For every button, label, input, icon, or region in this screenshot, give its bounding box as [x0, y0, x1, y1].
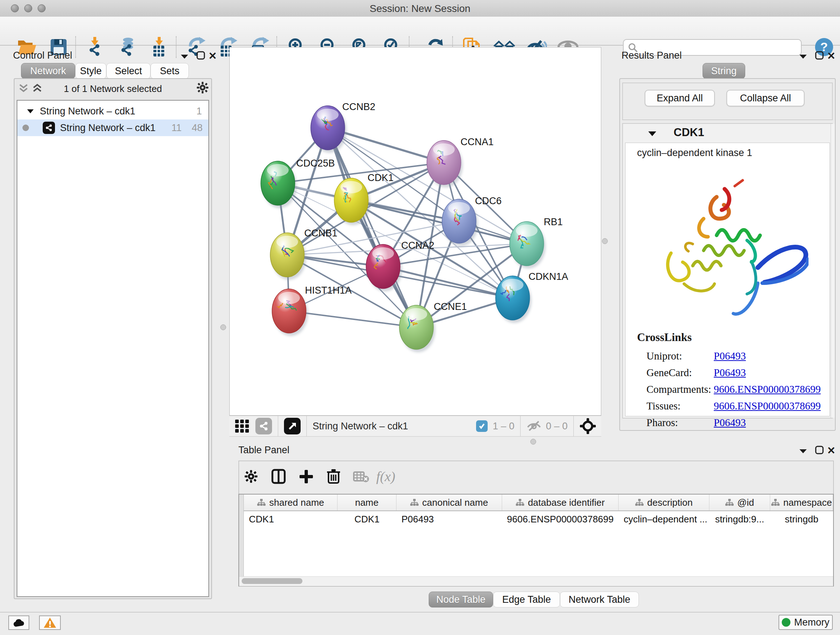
node-table[interactable]: shared namenamecanonical namedatabase id… — [238, 494, 834, 586]
node-label-CDC6: CDC6 — [475, 195, 502, 206]
warning-status-button[interactable] — [39, 616, 61, 630]
tab-network-table[interactable]: Network Table — [560, 592, 639, 608]
crosslinks-title: CrossLinks — [637, 331, 829, 344]
network-options-gear-icon[interactable] — [195, 80, 210, 95]
left-splitter-handle[interactable] — [220, 325, 226, 330]
gene-description: cyclin–dependent kinase 1 — [637, 147, 829, 158]
string-view-icon[interactable] — [256, 418, 272, 434]
node-CCNA1[interactable]: CCNA1 — [427, 136, 494, 187]
column-header-description[interactable]: description — [619, 494, 709, 510]
tree-expander-icon[interactable] — [27, 109, 34, 114]
collapse-all-button[interactable]: Collapse All — [726, 90, 805, 106]
node-CCNB1[interactable]: CCNB1 — [270, 228, 338, 280]
right-splitter-handle[interactable] — [602, 238, 608, 244]
node-CCNE1[interactable]: CCNE1 — [399, 301, 467, 352]
node-CDKN1A[interactable]: CDKN1A — [496, 271, 568, 323]
node-HIST1H1A[interactable]: HIST1H1A — [272, 285, 352, 336]
table-panel-title: Table Panel — [238, 445, 289, 456]
table-cell: CDK1 — [244, 511, 338, 527]
table-row[interactable]: CDK1CDK1P064939606.ENSP00000378699cyclin… — [244, 511, 833, 527]
memory-button[interactable]: Memory — [778, 615, 833, 630]
network-tree-root-row[interactable]: String Network – cdk1 1 — [17, 103, 208, 119]
node-CDC6[interactable]: CDC6 — [442, 195, 502, 246]
crosslink-link[interactable]: P06493 — [714, 350, 746, 362]
tab-sets[interactable]: Sets — [150, 63, 189, 79]
cloud-status-button[interactable] — [8, 616, 29, 630]
results-scrollbar[interactable] — [831, 124, 835, 418]
tab-edge-table[interactable]: Edge Table — [493, 592, 560, 608]
crosslink-link[interactable]: 9606.ENSP00000378699 — [714, 383, 821, 395]
gene-name: CDK1 — [674, 126, 704, 139]
node-RB1[interactable]: RB1 — [510, 217, 563, 269]
close-panel-icon[interactable]: ✕ — [208, 50, 217, 62]
expand-all-networks-icon[interactable] — [32, 82, 43, 93]
table-cell: stringdb:9... — [709, 511, 770, 527]
table-cell: P06493 — [396, 511, 502, 527]
crosslink-label: Tissues: — [646, 400, 714, 412]
results-panel-title: Results Panel — [622, 50, 682, 61]
node-CDK1[interactable]: CDK1 — [334, 172, 393, 225]
network-selected-summary: 1 of 1 Network selected — [44, 83, 182, 95]
tab-style[interactable]: Style — [75, 63, 106, 79]
node-label-CDK1: CDK1 — [368, 172, 393, 183]
network-view-toolbar: String Network – cdk1 1 – 0 0 – 0 — [229, 416, 601, 437]
tab-node-table[interactable]: Node Table — [429, 592, 493, 608]
collapse-results-icon[interactable] — [799, 54, 807, 59]
delete-column-trash-icon[interactable] — [325, 468, 341, 485]
fit-selected-crosshair-icon[interactable] — [579, 418, 596, 434]
float-table-icon[interactable] — [815, 445, 824, 455]
table-gear-icon[interactable] — [243, 469, 259, 485]
close-results-icon[interactable]: ✕ — [827, 50, 835, 62]
crosslink-link[interactable]: P06493 — [714, 367, 746, 379]
collapse-all-networks-icon[interactable] — [18, 82, 29, 93]
column-header-database-identifier[interactable]: database identifier — [502, 494, 619, 510]
open-in-window-icon[interactable] — [284, 418, 301, 434]
table-hscrollbar-thumb[interactable] — [242, 578, 302, 584]
node-label-HIST1H1A: HIST1H1A — [305, 285, 352, 296]
collection-count: 1 — [196, 106, 202, 117]
view-grid-icon[interactable] — [234, 418, 250, 434]
tab-network[interactable]: Network — [21, 63, 75, 79]
show-columns-icon[interactable] — [271, 469, 286, 485]
column-header-name[interactable]: name — [338, 494, 396, 510]
selected-nodes-checkbox[interactable] — [476, 420, 488, 432]
close-table-icon[interactable]: ✕ — [827, 445, 835, 456]
collapse-table-icon[interactable] — [799, 448, 807, 454]
table-cell: stringdb — [770, 511, 833, 527]
table-cell: CDK1 — [338, 511, 396, 527]
column-header-namespace[interactable]: namespace — [770, 494, 833, 510]
collapse-panel-icon[interactable] — [180, 54, 189, 59]
gene-expander-icon[interactable] — [647, 130, 657, 137]
column-header-canonical-name[interactable]: canonical name — [396, 494, 502, 510]
table-hscrollbar-track[interactable] — [239, 576, 833, 586]
node-count: 11 — [172, 122, 182, 134]
column-header-@id[interactable]: @id — [709, 494, 770, 510]
node-CCNB2[interactable]: CCNB2 — [311, 101, 376, 153]
node-label-CDKN1A: CDKN1A — [529, 271, 568, 282]
main-toolbar: ? — [0, 17, 840, 46]
control-panel-title: Control Panel — [13, 50, 73, 61]
add-column-icon[interactable] — [298, 469, 314, 485]
tab-select[interactable]: Select — [106, 63, 150, 79]
protein-structure-image — [649, 175, 829, 320]
selected-count: 1 – 0 — [493, 421, 515, 432]
crosslink-row: Uniprot:P06493 — [646, 348, 829, 364]
function-builder-icon: f(x) — [376, 469, 395, 485]
warning-icon — [43, 617, 57, 629]
crosslink-label: Pharos: — [646, 417, 714, 429]
tab-string[interactable]: String — [703, 63, 745, 79]
column-header-shared-name[interactable]: shared name — [244, 494, 338, 510]
float-results-icon[interactable] — [815, 51, 824, 60]
memory-label: Memory — [794, 617, 829, 628]
crosslink-link[interactable]: 9606.ENSP00000378699 — [714, 400, 821, 412]
node-label-RB1: RB1 — [544, 217, 563, 227]
network-view[interactable]: CCNB2 CCNA1 CDC25B CDK1 CDC6 — [229, 47, 601, 416]
crosslink-row: Compartments:9606.ENSP00000378699 — [646, 381, 829, 397]
network-tree-row-selected[interactable]: String Network – cdk1 11 48 — [17, 119, 208, 136]
table-cell: 9606.ENSP00000378699 — [502, 511, 619, 527]
float-panel-icon[interactable] — [196, 51, 205, 60]
crosslink-link[interactable]: P06493 — [714, 417, 746, 429]
crosslink-row: Tissues:9606.ENSP00000378699 — [646, 397, 829, 414]
expand-all-button[interactable]: Expand All — [645, 90, 715, 106]
node-CDC25B[interactable]: CDC25B — [261, 158, 335, 208]
